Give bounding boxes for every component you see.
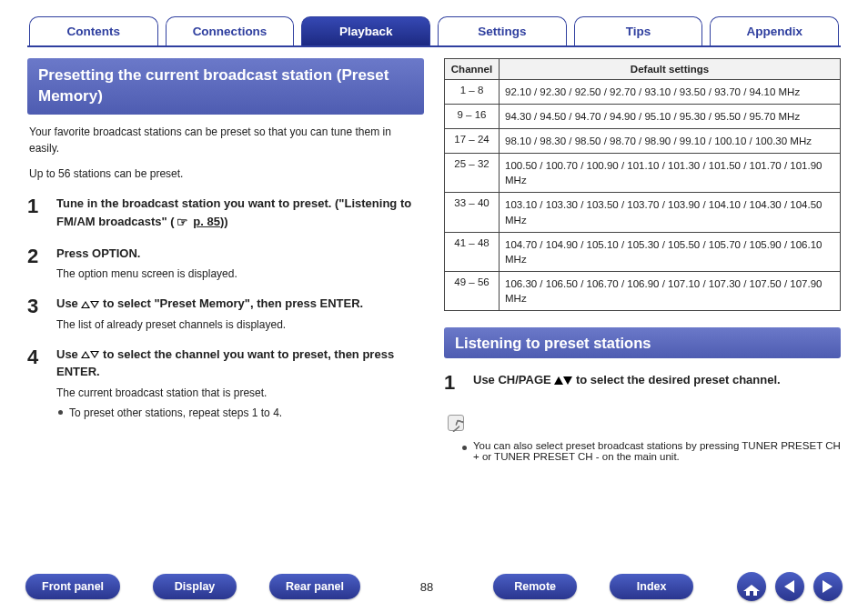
- right-step-text-b: to select the desired preset channel.: [576, 373, 781, 386]
- table-row: 9 – 1694.30 / 94.50 / 94.70 / 94.90 / 95…: [445, 105, 841, 129]
- table-row: 1 – 892.10 / 92.30 / 92.50 / 92.70 / 93.…: [445, 80, 841, 105]
- step-1: 1 Tune in the broadcast station you want…: [27, 195, 424, 232]
- next-page-button[interactable]: [813, 572, 843, 601]
- table-row: 25 – 32100.50 / 100.70 / 100.90 / 101.10…: [445, 154, 841, 193]
- right-column: Channel Default settings 1 – 892.10 / 92…: [444, 58, 841, 462]
- th-channel: Channel: [445, 59, 500, 80]
- table-row: 49 – 56106.30 / 106.50 / 106.70 / 106.90…: [445, 271, 841, 310]
- cell-default: 103.10 / 103.30 / 103.50 / 103.70 / 103.…: [500, 193, 841, 232]
- home-button[interactable]: [737, 572, 766, 601]
- footer: Front panelDisplayRear panel 88 RemoteIn…: [0, 572, 868, 601]
- step-1-text-a: Tune in the broadcast station you want t…: [56, 196, 411, 228]
- step-number: 1: [444, 371, 460, 395]
- cell-channel: 49 – 56: [445, 271, 500, 310]
- triangle-up-solid-icon: [554, 376, 563, 385]
- step-4-text-a: Use: [56, 347, 81, 361]
- section-heading-preset: Presetting the current broadcast station…: [27, 58, 424, 115]
- pill-front-panel[interactable]: Front panel: [25, 574, 120, 599]
- cell-default: 100.50 / 100.70 / 100.90 / 101.10 / 101.…: [500, 154, 841, 193]
- intro-text-1: Your favorite broadcast stations can be …: [29, 124, 422, 156]
- cell-default: 94.30 / 94.50 / 94.70 / 94.90 / 95.10 / …: [500, 105, 841, 129]
- cell-channel: 17 – 24: [445, 129, 500, 154]
- triangle-up-icon: [81, 301, 90, 308]
- step-number: 4: [27, 346, 44, 421]
- cell-channel: 33 – 40: [445, 193, 500, 232]
- pill-remote[interactable]: Remote: [493, 574, 577, 599]
- cell-default: 106.30 / 106.50 / 106.70 / 106.90 / 107.…: [500, 271, 841, 310]
- home-icon: [743, 580, 760, 594]
- defaults-table: Channel Default settings 1 – 892.10 / 92…: [444, 58, 841, 311]
- step-4: 4 Use to select the channel you want to …: [27, 346, 424, 421]
- cell-default: 98.10 / 98.30 / 98.50 / 98.70 / 98.90 / …: [500, 129, 841, 154]
- cell-default: 104.70 / 104.90 / 105.10 / 105.30 / 105.…: [500, 232, 841, 271]
- pill-display[interactable]: Display: [153, 574, 237, 599]
- tab-settings[interactable]: Settings: [438, 16, 567, 45]
- step-number: 3: [27, 295, 44, 333]
- step-3-text-b: to select "Preset Memory", then press EN…: [103, 296, 363, 310]
- cell-channel: 1 – 8: [445, 80, 500, 105]
- note-bullet: You can also select preset broadcast sta…: [460, 440, 841, 462]
- step-number: 1: [27, 195, 44, 232]
- triangle-down-icon: [90, 351, 99, 358]
- steps-list: 1 Tune in the broadcast station you want…: [27, 195, 424, 421]
- step-3-sub: The list of already preset channels is d…: [56, 316, 363, 333]
- cell-default: 92.10 / 92.30 / 92.50 / 92.70 / 93.10 / …: [500, 80, 841, 105]
- step-2-title: Press OPTION.: [56, 245, 237, 263]
- tab-playback[interactable]: Playback: [301, 16, 430, 45]
- step-4-text-b: to select the channel you want to preset…: [56, 347, 394, 379]
- right-step-text-a: Use CH/PAGE: [473, 373, 554, 386]
- cell-channel: 41 – 48: [445, 232, 500, 271]
- step-number: 2: [27, 245, 44, 283]
- step-4-bullet: To preset other stations, repeat steps 1…: [56, 405, 424, 421]
- step-3: 3 Use to select "Preset Memory", then pr…: [27, 295, 424, 333]
- tab-appendix[interactable]: Appendix: [710, 16, 839, 45]
- triangle-down-solid-icon: [563, 376, 572, 385]
- note-icon: [448, 415, 464, 431]
- tab-connections[interactable]: Connections: [166, 16, 295, 45]
- left-column: Presetting the current broadcast station…: [27, 58, 424, 462]
- pill-index[interactable]: Index: [610, 574, 693, 599]
- triangle-down-icon: [90, 301, 99, 308]
- triangle-up-icon: [81, 351, 90, 358]
- step-3-text-a: Use: [56, 296, 81, 310]
- tab-contents[interactable]: Contents: [29, 16, 158, 45]
- step-1-link[interactable]: p. 85: [193, 215, 220, 228]
- table-row: 17 – 2498.10 / 98.30 / 98.50 / 98.70 / 9…: [445, 129, 841, 154]
- intro-text-2: Up to 56 stations can be preset.: [29, 166, 422, 182]
- section-heading-listening: Listening to preset stations: [444, 327, 841, 358]
- right-step-1: 1 Use CH/PAGE to select the desired pres…: [444, 371, 841, 395]
- page-number: 88: [420, 580, 433, 594]
- th-default: Default settings: [500, 59, 841, 80]
- arrow-left-icon: [784, 580, 794, 593]
- table-row: 41 – 48104.70 / 104.90 / 105.10 / 105.30…: [445, 232, 841, 271]
- table-row: 33 – 40103.10 / 103.30 / 103.50 / 103.70…: [445, 193, 841, 232]
- step-1-text-b: )): [220, 215, 228, 228]
- step-2-sub: The option menu screen is displayed.: [56, 266, 237, 282]
- prev-page-button[interactable]: [775, 572, 804, 601]
- step-4-sub: The current broadcast station that is pr…: [56, 385, 424, 401]
- tab-tips[interactable]: Tips: [574, 16, 703, 45]
- top-tabs: ContentsConnectionsPlaybackSettingsTipsA…: [27, 16, 841, 47]
- pill-rear-panel[interactable]: Rear panel: [269, 574, 360, 599]
- cell-channel: 25 – 32: [445, 154, 500, 193]
- arrow-right-icon: [823, 580, 833, 593]
- cell-channel: 9 – 16: [445, 105, 500, 129]
- step-2: 2 Press OPTION. The option menu screen i…: [27, 245, 424, 283]
- pointer-icon: ☞: [177, 213, 188, 232]
